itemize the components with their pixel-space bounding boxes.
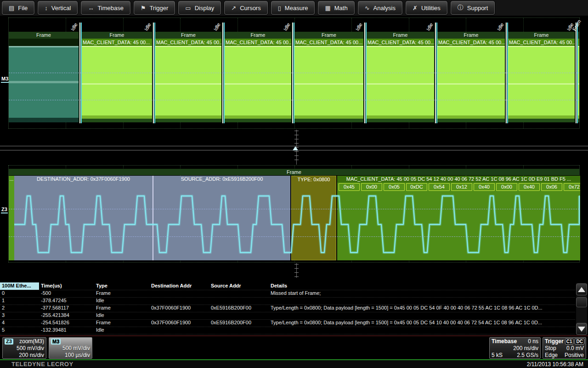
math-icon: ▦ [325,5,330,12]
frame-segment: ... [578,31,579,123]
trigger-slope: Positive [565,352,584,359]
z3-vdiv: 500 mV/div [17,345,44,352]
vertical-icon: ↕ [45,5,48,12]
trigger-position-marker[interactable] [293,146,298,150]
trigger-title: Trigger [545,338,564,345]
m3-descriptor-box[interactable]: M3 500 mV/div 100 µs/div [49,337,92,359]
frame-segment: Frame [9,31,79,123]
idle-label: Idle [148,18,153,31]
trigger-mode: Stop [545,345,556,352]
frame-segment: FrameMAC_CLIENT_DATA: 45 00... [437,31,505,123]
table-cell [269,327,575,334]
menu-utilities-button[interactable]: ✗Utilities [406,1,447,15]
table-cell [269,312,575,319]
trigger-box[interactable]: Trigger C1DC Stop 0.0 mV Edge Positive [543,337,586,359]
table-cell: 5 [0,327,39,334]
menu-label: Cursors [240,5,261,12]
m3-badge: M3 [51,339,61,345]
frame-label: Frame [82,32,152,39]
menu-label: Math [334,5,348,12]
menu-cursors-button[interactable]: ↗Cursors [224,1,267,15]
table-cell [149,290,209,297]
table-row[interactable]: 0-500FrameMissed start of Frame; [0,290,575,298]
frame-label: Frame [508,32,575,39]
menu-file-button[interactable]: ▤File [2,1,34,15]
table-cell: -255.421384 [39,312,94,319]
table-cell [209,327,269,334]
scrollbar-thumb[interactable] [576,297,587,307]
prefix-label: ... [9,176,14,183]
menu-label: Trigger [150,5,169,12]
decode-field-prefix: ... [9,176,14,260]
column-header[interactable]: 100M Ethe... [0,282,39,290]
table-cell [209,290,269,297]
waveform-envelope [578,46,579,122]
z3-descriptor-box[interactable]: Z3 zoom(M3) 500 mV/div 200 ns/div [2,337,46,359]
measure-icon: ▯ [278,5,281,12]
table-cell: -500 [39,290,94,297]
frame-segment: FrameMAC_CLIENT_DATA: 45 00... [225,31,291,123]
menu-support-button[interactable]: ⓘSupport [451,1,495,15]
table-cell [209,297,269,305]
menu-analysis-button[interactable]: ∿Analysis [358,1,402,15]
idle-label: Idle [74,18,80,31]
support-icon: ⓘ [458,4,464,12]
mac-client-data-label [9,39,79,46]
table-cell: 0 [0,290,39,297]
menu-display-button[interactable]: ▭Display [178,1,221,15]
scroll-up-button[interactable] [576,283,587,295]
menu-vertical-button[interactable]: ↕Vertical [38,1,78,15]
column-header[interactable]: Source Addr [209,282,269,290]
column-header[interactable]: Details [269,282,575,290]
up-arrow-icon [578,287,585,292]
table-cell: -377.568117 [39,305,94,312]
menu-label: Measure [285,5,308,12]
table-cell: -378.47245 [39,297,94,305]
column-header[interactable]: Type [94,282,149,290]
menu-measure-button[interactable]: ▯Measure [271,1,315,15]
table-cell: Missed start of Frame; [269,290,575,297]
frame-label: Frame [225,32,291,39]
menu-label: Support [467,5,488,12]
table-cell: 3 [0,312,39,319]
menu-label: Utilities [421,5,441,12]
idle-label: Idle [217,18,223,31]
scroll-down-button[interactable] [576,323,587,335]
level-line [9,100,579,100]
timebase-box[interactable]: Timebase 0 ns 200 ns/div 5 kS 2.5 GS/s [489,337,541,359]
trigger-coupling-badge: DC [575,339,584,345]
waveform-envelope [9,46,79,122]
menu-trigger-button[interactable]: ⚑Trigger [134,1,175,15]
table-row[interactable]: 5-132.39481Idle [0,327,575,334]
menu-timebase-button[interactable]: ↔Timebase [81,1,130,15]
file-icon: ▤ [9,5,14,12]
timebase-offset: 0 ns [528,338,538,345]
frame-segment: FrameMAC_CLIENT_DATA: 45 00... [367,31,434,123]
column-header[interactable]: Destination Addr [149,282,209,290]
mac-client-data-label: MAC_CLIENT_DATA: 45 00... [225,39,291,46]
channel-label-z3[interactable]: Z3 [1,207,8,213]
m3-tdiv: 100 µs/div [65,352,90,359]
level-line [9,236,579,237]
column-header[interactable]: Time(us) [39,282,94,290]
timebase-title: Timebase [492,338,517,345]
table-row[interactable]: 4-254.541826Frame0x37F0060F19000xE5916B2… [0,319,575,327]
menu-math-button[interactable]: ▦Math [318,1,354,15]
table-cell: 0x37F0060F1900 [149,319,209,327]
frame-label [578,32,579,39]
waveform-envelope [225,46,291,122]
table-row[interactable]: 1-378.47245Idle [0,297,575,305]
table-cell: Frame [94,305,149,312]
oscilloscope-screen: ▤File↕Vertical↔Timebase⚑Trigger▭Display↗… [0,0,588,368]
channel-label-m3[interactable]: M3 [1,76,9,83]
table-row[interactable]: 3-255.421384Idle [0,312,575,320]
table-cell: Type/Length = 0x0800; Data payload [leng… [269,319,575,327]
table-scrollbar[interactable] [576,283,587,335]
frame-label: Frame [367,32,434,39]
table-cell: 4 [0,319,39,327]
level-line [9,209,579,209]
timebase-rate: 2.5 GS/s [517,352,538,359]
table-row[interactable]: 2-377.568117Frame0x37F0060F19000xE5916B2… [0,305,575,312]
table-cell: Frame [94,290,149,297]
idle-label: Idle [287,18,293,31]
